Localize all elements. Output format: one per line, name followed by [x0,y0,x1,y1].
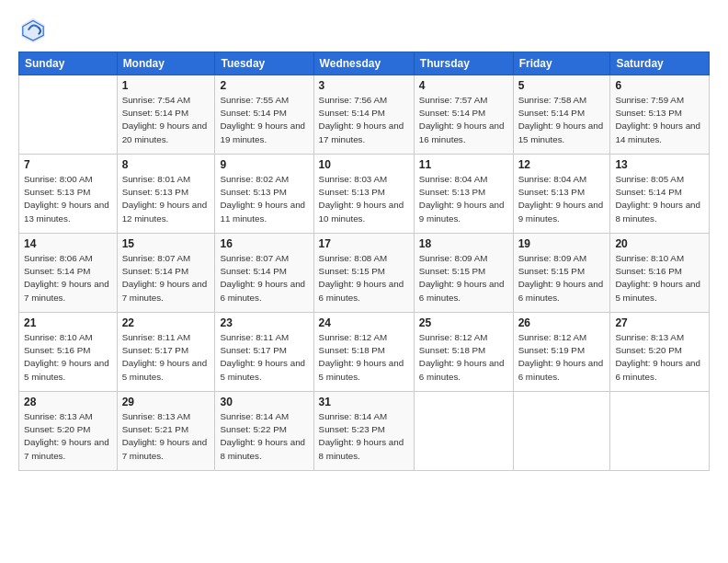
calendar-cell [19,75,118,155]
day-number: 23 [220,316,308,329]
day-info: Sunrise: 8:00 AMSunset: 5:13 PMDaylight:… [24,173,112,225]
day-number: 5 [518,79,606,92]
weekday-header-monday: Monday [117,52,215,75]
calendar-cell: 11Sunrise: 8:04 AMSunset: 5:13 PMDayligh… [414,155,513,234]
calendar-cell: 19Sunrise: 8:09 AMSunset: 5:15 PMDayligh… [513,234,610,313]
calendar-cell: 18Sunrise: 8:09 AMSunset: 5:15 PMDayligh… [414,234,513,313]
day-info: Sunrise: 8:13 AMSunset: 5:20 PMDaylight:… [615,331,704,384]
day-info: Sunrise: 7:59 AMSunset: 5:13 PMDaylight:… [615,94,704,146]
day-number: 31 [319,396,409,408]
day-number: 29 [122,396,210,408]
day-info: Sunrise: 8:10 AMSunset: 5:16 PMDaylight:… [24,331,112,384]
calendar-cell: 20Sunrise: 8:10 AMSunset: 5:16 PMDayligh… [610,234,710,313]
header-area [18,15,710,44]
day-info: Sunrise: 8:03 AMSunset: 5:13 PMDaylight:… [319,173,409,225]
calendar-cell: 30Sunrise: 8:14 AMSunset: 5:22 PMDayligh… [215,392,313,471]
day-info: Sunrise: 7:57 AMSunset: 5:14 PMDaylight:… [419,94,508,146]
day-info: Sunrise: 8:07 AMSunset: 5:14 PMDaylight:… [122,252,210,304]
calendar-cell: 15Sunrise: 8:07 AMSunset: 5:14 PMDayligh… [117,234,215,313]
calendar-cell [513,392,610,471]
calendar-cell: 8Sunrise: 8:01 AMSunset: 5:13 PMDaylight… [117,155,215,234]
day-info: Sunrise: 8:05 AMSunset: 5:14 PMDaylight:… [615,173,704,225]
calendar-cell: 6Sunrise: 7:59 AMSunset: 5:13 PMDaylight… [610,75,710,155]
day-number: 28 [24,396,112,408]
logo-icon [18,15,48,44]
logo [18,15,51,44]
day-number: 30 [220,396,308,408]
day-number: 22 [122,316,210,329]
day-info: Sunrise: 7:56 AMSunset: 5:14 PMDaylight:… [319,94,409,146]
day-info: Sunrise: 8:04 AMSunset: 5:13 PMDaylight:… [419,173,508,225]
calendar-cell [414,392,513,471]
day-number: 19 [518,237,606,250]
day-info: Sunrise: 8:07 AMSunset: 5:14 PMDaylight:… [220,252,308,304]
calendar-cell: 13Sunrise: 8:05 AMSunset: 5:14 PMDayligh… [610,155,710,234]
calendar-cell: 5Sunrise: 7:58 AMSunset: 5:14 PMDaylight… [513,75,610,155]
day-number: 24 [319,316,409,329]
day-info: Sunrise: 8:02 AMSunset: 5:13 PMDaylight:… [220,173,308,225]
calendar-cell [610,392,710,471]
day-number: 2 [220,79,308,92]
day-number: 10 [319,158,409,171]
day-info: Sunrise: 8:11 AMSunset: 5:17 PMDaylight:… [122,331,210,384]
calendar-cell: 21Sunrise: 8:10 AMSunset: 5:16 PMDayligh… [19,313,118,392]
day-number: 26 [518,316,606,329]
day-number: 1 [122,79,210,92]
day-number: 9 [220,158,308,171]
day-info: Sunrise: 8:14 AMSunset: 5:23 PMDaylight:… [319,410,409,463]
day-info: Sunrise: 8:09 AMSunset: 5:15 PMDaylight:… [419,252,508,304]
calendar-table: SundayMondayTuesdayWednesdayThursdayFrid… [18,52,710,471]
day-info: Sunrise: 7:55 AMSunset: 5:14 PMDaylight:… [220,94,308,146]
calendar-cell: 24Sunrise: 8:12 AMSunset: 5:18 PMDayligh… [313,313,414,392]
calendar-week-5: 28Sunrise: 8:13 AMSunset: 5:20 PMDayligh… [19,392,710,471]
day-number: 20 [615,237,704,250]
calendar-cell: 27Sunrise: 8:13 AMSunset: 5:20 PMDayligh… [610,313,710,392]
day-number: 8 [122,158,210,171]
calendar-cell: 10Sunrise: 8:03 AMSunset: 5:13 PMDayligh… [313,155,414,234]
calendar-cell: 16Sunrise: 8:07 AMSunset: 5:14 PMDayligh… [215,234,313,313]
day-number: 4 [419,79,508,92]
day-number: 3 [319,79,409,92]
weekday-header-row: SundayMondayTuesdayWednesdayThursdayFrid… [19,52,710,75]
day-info: Sunrise: 8:12 AMSunset: 5:18 PMDaylight:… [319,331,409,384]
calendar-cell: 4Sunrise: 7:57 AMSunset: 5:14 PMDaylight… [414,75,513,155]
calendar-cell: 7Sunrise: 8:00 AMSunset: 5:13 PMDaylight… [19,155,118,234]
day-number: 11 [419,158,508,171]
calendar-cell: 9Sunrise: 8:02 AMSunset: 5:13 PMDaylight… [215,155,313,234]
calendar-cell: 29Sunrise: 8:13 AMSunset: 5:21 PMDayligh… [117,392,215,471]
weekday-header-tuesday: Tuesday [215,52,313,75]
weekday-header-friday: Friday [513,52,610,75]
day-number: 27 [615,316,704,329]
calendar-cell: 12Sunrise: 8:04 AMSunset: 5:13 PMDayligh… [513,155,610,234]
calendar-week-3: 14Sunrise: 8:06 AMSunset: 5:14 PMDayligh… [19,234,710,313]
calendar-cell: 17Sunrise: 8:08 AMSunset: 5:15 PMDayligh… [313,234,414,313]
day-info: Sunrise: 7:58 AMSunset: 5:14 PMDaylight:… [518,94,606,146]
day-info: Sunrise: 8:09 AMSunset: 5:15 PMDaylight:… [518,252,606,304]
calendar-week-4: 21Sunrise: 8:10 AMSunset: 5:16 PMDayligh… [19,313,710,392]
calendar-cell: 3Sunrise: 7:56 AMSunset: 5:14 PMDaylight… [313,75,414,155]
weekday-header-wednesday: Wednesday [313,52,414,75]
weekday-header-saturday: Saturday [610,52,710,75]
calendar-cell: 1Sunrise: 7:54 AMSunset: 5:14 PMDaylight… [117,75,215,155]
weekday-header-thursday: Thursday [414,52,513,75]
day-info: Sunrise: 8:13 AMSunset: 5:21 PMDaylight:… [122,410,210,463]
day-number: 13 [615,158,704,171]
day-number: 17 [319,237,409,250]
calendar-week-2: 7Sunrise: 8:00 AMSunset: 5:13 PMDaylight… [19,155,710,234]
calendar-cell: 31Sunrise: 8:14 AMSunset: 5:23 PMDayligh… [313,392,414,471]
day-number: 16 [220,237,308,250]
day-info: Sunrise: 8:11 AMSunset: 5:17 PMDaylight:… [220,331,308,384]
day-number: 25 [419,316,508,329]
calendar-week-1: 1Sunrise: 7:54 AMSunset: 5:14 PMDaylight… [19,75,710,155]
calendar-cell: 23Sunrise: 8:11 AMSunset: 5:17 PMDayligh… [215,313,313,392]
day-number: 6 [615,79,704,92]
day-number: 7 [24,158,112,171]
day-info: Sunrise: 8:04 AMSunset: 5:13 PMDaylight:… [518,173,606,225]
day-info: Sunrise: 8:08 AMSunset: 5:15 PMDaylight:… [319,252,409,304]
day-info: Sunrise: 8:13 AMSunset: 5:20 PMDaylight:… [24,410,112,463]
day-number: 18 [419,237,508,250]
day-number: 14 [24,237,112,250]
calendar-cell: 26Sunrise: 8:12 AMSunset: 5:19 PMDayligh… [513,313,610,392]
calendar-cell: 22Sunrise: 8:11 AMSunset: 5:17 PMDayligh… [117,313,215,392]
day-info: Sunrise: 8:06 AMSunset: 5:14 PMDaylight:… [24,252,112,304]
